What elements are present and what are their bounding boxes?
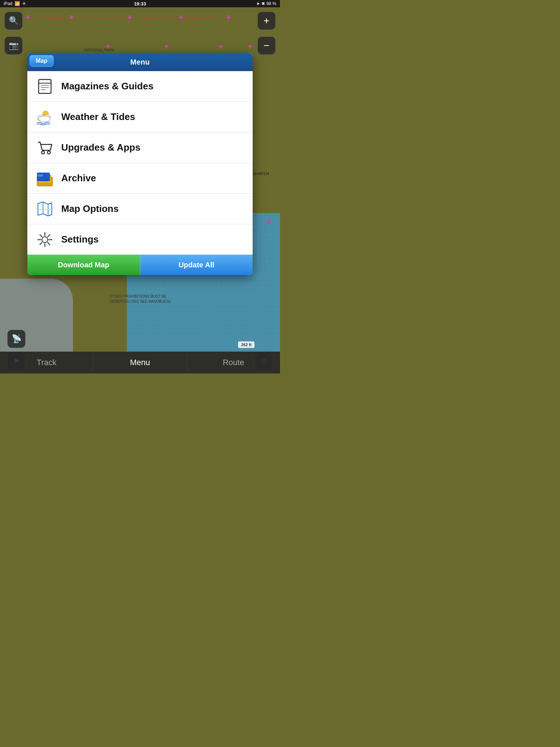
menu-item-weather[interactable]: Weather & Tides: [27, 102, 253, 132]
menu-title: Menu: [130, 58, 149, 66]
search-icon: 🔍: [9, 16, 19, 26]
layers-icon: 📡: [12, 334, 22, 344]
menu-tab[interactable]: Menu: [93, 352, 187, 374]
menu-item-magazines[interactable]: Magazines & Guides: [27, 71, 253, 102]
map-marker: ✚: [128, 15, 132, 20]
download-map-button[interactable]: Download Map: [27, 255, 140, 275]
menu-dialog: Map Menu Magazines & Guides: [27, 53, 253, 275]
device-label: iPad: [4, 1, 12, 6]
menu-item-archive[interactable]: Archive: [27, 163, 253, 194]
map-marker: ✚: [179, 15, 183, 20]
map-marker: ✚: [219, 44, 223, 50]
magazines-label: Magazines & Guides: [61, 81, 153, 92]
map-marker: ✚: [248, 44, 252, 50]
route-tab[interactable]: Route: [187, 352, 280, 374]
camera-button[interactable]: 📷: [4, 36, 23, 55]
map-marker: ✚: [26, 15, 30, 20]
map-marker: ✚: [164, 44, 168, 50]
signal-icon: ✳: [22, 1, 26, 6]
menu-item-upgrades[interactable]: Upgrades & Apps: [27, 132, 253, 163]
menu-bottom-buttons: Download Map Update All: [27, 255, 253, 275]
map-back-button[interactable]: Map: [30, 55, 54, 67]
svg-point-8: [39, 116, 50, 122]
location-icon: ➤: [256, 1, 260, 6]
wifi-icon: 📶: [15, 1, 20, 6]
weather-icon: [35, 107, 55, 127]
weather-label: Weather & Tides: [61, 111, 135, 123]
track-tab[interactable]: Track: [0, 352, 93, 374]
bluetooth-icon: ✖: [261, 1, 265, 6]
scale-indicator: 262 ft: [238, 341, 254, 348]
search-button[interactable]: 🔍: [4, 12, 23, 30]
map-marker: ✚: [69, 15, 74, 20]
status-bar: iPad 📶 ✳ 19:33 ➤ ✖ 98 %: [0, 0, 280, 7]
camera-icon: 📷: [9, 41, 19, 50]
menu-header: Map Menu: [27, 53, 253, 71]
zoom-out-button[interactable]: −: [257, 36, 276, 55]
bottom-toolbar: Track Menu Route: [0, 352, 280, 374]
layers-button[interactable]: 📡: [7, 330, 26, 348]
map-marker: ✚: [106, 44, 110, 50]
mapoptions-label: Map Options: [61, 203, 118, 214]
menu-item-mapoptions[interactable]: Map Options: [27, 194, 253, 224]
archive-label: Archive: [61, 173, 96, 184]
prohibitions-label: OTHER PROHIBITIONS MUST BE OBSERVED (SEE…: [109, 294, 182, 304]
update-all-button[interactable]: Update All: [140, 255, 253, 275]
menu-item-settings[interactable]: Settings: [27, 224, 253, 255]
svg-rect-0: [39, 80, 51, 93]
upgrades-label: Upgrades & Apps: [61, 142, 140, 153]
settings-label: Settings: [61, 234, 99, 245]
svg-rect-14: [37, 174, 43, 177]
menu-label: Menu: [130, 358, 150, 367]
svg-rect-13: [37, 173, 50, 181]
zoom-in-button[interactable]: +: [257, 12, 276, 30]
route-label: Route: [223, 358, 244, 367]
time-display: 19:33: [134, 1, 146, 7]
svg-point-9: [42, 151, 44, 154]
svg-point-10: [47, 151, 50, 154]
archive-icon: [35, 168, 55, 188]
battery-label: 98 %: [267, 1, 276, 6]
plus-icon: +: [264, 15, 269, 27]
mapoptions-icon: [35, 199, 55, 219]
menu-items-list: Magazines & Guides Weather & Tides: [27, 71, 253, 255]
map-marker: ✚: [266, 219, 271, 225]
settings-icon: [35, 229, 55, 249]
map-marker: ✚: [226, 15, 230, 20]
track-label: Track: [37, 358, 57, 367]
upgrades-icon: [35, 138, 55, 158]
magazines-icon: [35, 76, 55, 96]
svg-point-18: [42, 237, 48, 243]
minus-icon: −: [264, 40, 269, 51]
